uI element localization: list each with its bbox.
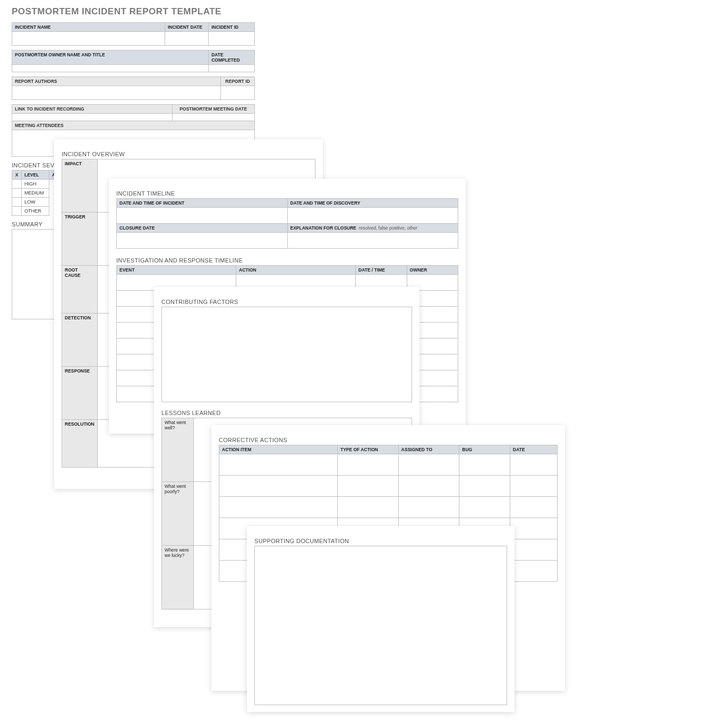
cell-authors[interactable]	[12, 86, 221, 100]
ov-resolution: RESOLUTION	[62, 420, 98, 468]
ov-impact: IMPACT	[62, 159, 98, 213]
contributing-box[interactable]	[161, 307, 412, 402]
cell-meeting-date[interactable]	[172, 114, 254, 121]
cell-date-completed[interactable]	[209, 65, 255, 72]
ll-lucky: Where were we lucky?	[162, 546, 194, 610]
th-incident-id: INCIDENT ID	[209, 23, 255, 32]
authors-table: REPORT AUTHORS REPORT ID	[12, 77, 255, 100]
th-closure-date: CLOSURE DATE	[117, 224, 288, 233]
cell-incident-id[interactable]	[209, 32, 255, 46]
cell-owner[interactable]	[12, 65, 209, 72]
th-sev-level: LEVEL	[22, 171, 49, 180]
corrective-title: CORRECTIVE ACTIONS	[219, 437, 558, 443]
inv-col-3: OWNER	[407, 266, 458, 275]
cell-dt-discovery[interactable]	[287, 208, 458, 224]
sev-level-2: LOW	[22, 198, 49, 207]
sev-level-0: HIGH	[22, 180, 49, 189]
ca-col-4: DATE	[510, 445, 557, 454]
inv-col-0: EVENT	[117, 266, 236, 275]
sev-x-2[interactable]	[12, 198, 22, 207]
ov-root: ROOT CAUSE	[62, 266, 98, 314]
sev-x-3[interactable]	[12, 207, 22, 216]
sev-x-1[interactable]	[12, 189, 22, 198]
cell-incident-name[interactable]	[12, 32, 165, 46]
owner-table: POSTMORTEM OWNER NAME AND TITLE DATE COM…	[12, 50, 255, 72]
cell-closure-date[interactable]	[117, 233, 288, 249]
cell-closure-exp[interactable]	[287, 233, 458, 249]
ov-trigger: TRIGGER	[62, 213, 98, 266]
investigation-title: INVESTIGATION AND RESPONSE TIMELINE	[116, 257, 458, 264]
cell-report-id[interactable]	[221, 86, 255, 100]
th-link: LINK TO INCIDENT RECORDING	[12, 105, 173, 114]
th-sev-x: X	[12, 171, 22, 180]
th-dt-discovery: DATE AND TIME OF DISCOVERY	[287, 199, 458, 208]
th-date-completed: DATE COMPLETED	[209, 50, 255, 65]
sev-level-1: MEDIUM	[22, 189, 49, 198]
ov-detection: DETECTION	[62, 314, 98, 367]
th-report-id: REPORT ID	[221, 77, 255, 86]
th-dt-incident: DATE AND TIME OF INCIDENT	[117, 199, 288, 208]
sev-x-0[interactable]	[12, 180, 22, 189]
ll-well: What went well?	[162, 418, 194, 482]
th-attendees: MEETING ATTENDEES	[12, 121, 255, 130]
th-closure-exp: EXPLANATION FOR CLOSURE resolved, false …	[287, 224, 458, 233]
cell-dt-incident[interactable]	[117, 208, 288, 224]
cell-link[interactable]	[12, 114, 173, 121]
sev-level-3: OTHER	[22, 207, 49, 216]
supporting-box[interactable]	[254, 546, 507, 705]
supporting-title: SUPPORTING DOCUMENTATION	[254, 538, 507, 544]
inv-col-1: ACTION	[236, 266, 356, 275]
th-incident-date: INCIDENT DATE	[165, 23, 208, 32]
timeline-table: DATE AND TIME OF INCIDENT DATE AND TIME …	[116, 198, 458, 249]
th-authors: REPORT AUTHORS	[12, 77, 221, 86]
inv-col-2: DATE / TIME	[356, 266, 407, 275]
incident-header-table: INCIDENT NAME INCIDENT DATE INCIDENT ID	[12, 22, 255, 46]
th-incident-name: INCIDENT NAME	[12, 23, 165, 32]
lessons-title: LESSONS LEARNED	[161, 410, 412, 416]
ll-poorly: What went poorly?	[162, 482, 194, 546]
ov-response: RESPONSE	[62, 367, 98, 420]
cell-incident-date[interactable]	[165, 32, 208, 46]
ca-col-0: ACTION ITEM	[219, 445, 338, 454]
page-title: POSTMORTEM INCIDENT REPORT TEMPLATE	[12, 6, 255, 17]
link-table: LINK TO INCIDENT RECORDING POSTMORTEM ME…	[12, 104, 255, 121]
page-6: SUPPORTING DOCUMENTATION	[247, 526, 515, 712]
ca-col-1: TYPE OF ACTION	[337, 445, 398, 454]
timeline-title: INCIDENT TIMELINE	[116, 190, 458, 197]
th-meeting-date: POSTMORTEM MEETING DATE	[172, 105, 254, 114]
ca-col-2: ASSIGNED TO	[398, 445, 459, 454]
overview-title: INCIDENT OVERVIEW	[62, 151, 315, 157]
ca-col-3: BUG	[459, 445, 510, 454]
th-owner: POSTMORTEM OWNER NAME AND TITLE	[12, 50, 209, 65]
contributing-title: CONTRIBUTING FACTORS	[161, 299, 412, 305]
